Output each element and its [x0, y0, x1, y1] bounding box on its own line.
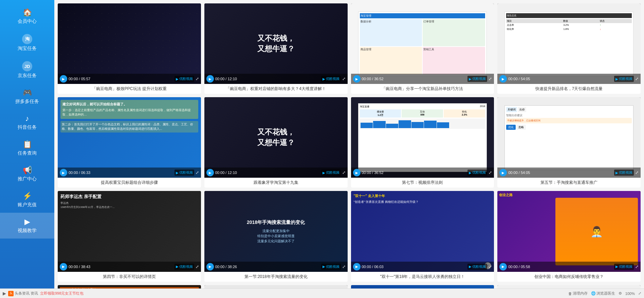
- youku-text: 优酷视频: [179, 264, 193, 269]
- video-overlay: ▶ 00:00 / 36:52 ▶ 优酷视频 ⤢: [351, 168, 494, 178]
- news-separator: 资讯: [31, 291, 38, 296]
- youku-text: 优酷视频: [326, 76, 339, 81]
- youku-badge: ▶ 优酷视频: [321, 264, 341, 270]
- youku-text: 优酷视频: [472, 170, 486, 175]
- video-card-11[interactable]: "双十一" 走入第十年 "创造者" 张勇首次直播 购物狂欢还能如何升级？ ✓ ▶…: [351, 191, 494, 281]
- sidebar-item-pinduoduo-tasks[interactable]: 🎮拼多多任务: [0, 84, 54, 109]
- video-title: 第一节:2018年手淘搜索流量的变化: [204, 272, 348, 282]
- expand-icon[interactable]: ⤢: [342, 264, 346, 269]
- video-thumbnail: 直通车数据 关键词出价点击花费 淘宝1.5234351 优化2.0189378 …: [204, 285, 348, 288]
- youku-badge: ▶ 优酷视频: [614, 76, 634, 82]
- expand-icon[interactable]: ⤢: [635, 264, 639, 269]
- youku-text: 优酷视频: [619, 76, 632, 81]
- expand-icon[interactable]: ⤢: [489, 76, 492, 81]
- video-grid: ▶ 00:00 / 05:57 ▶ 优酷视频 ⤢ 「豌豆电商」极致PPC玩法 提…: [58, 3, 641, 288]
- video-overlay: ▶ 00:00 / 54:05 ▶ 优酷视频 ⤢: [497, 74, 641, 84]
- expand-icon[interactable]: ⤢: [342, 170, 346, 175]
- video-card-5[interactable]: 建立好词库以后，就可以开始组合标题了。 第一步：选定之前重组产品的产品名称、属性…: [58, 97, 201, 188]
- youku-badge: ▶ 优酷视频: [467, 170, 487, 176]
- video-card-1[interactable]: ▶ 00:00 / 05:57 ▶ 优酷视频 ⤢ 「豌豆电商」极致PPC玩法 提…: [58, 3, 201, 94]
- play-button[interactable]: ▶: [499, 75, 507, 83]
- video-card-6[interactable]: 又不花钱，又想牛逼？ ▶ 00:00 / 12:10 ▶ 优酷视频 ⤢ 跟着象牙…: [204, 97, 348, 188]
- youku-badge: ▶ 优酷视频: [614, 170, 634, 176]
- video-card-4[interactable]: 报告总览 项目数值状态 点击率3.2%↑ 转化率1.8%↓ ▶ 00:00 / …: [497, 3, 641, 94]
- bottom-bar: ▶ 头 头条资讯 资讯 立即领取998元女王节红包 🗑 清理内存 🌐 浏览器医生…: [0, 288, 644, 298]
- video-card-9[interactable]: 药师李运杰 亲手配置 李运杰1985年5月生到1998年12月，李运杰在农一..…: [58, 191, 201, 281]
- sidebar-item-promotion-center[interactable]: 📢推广中心: [0, 161, 54, 187]
- sidebar-item-taobao-tasks[interactable]: 淘淘宝任务: [0, 29, 54, 56]
- play-button[interactable]: ▶: [60, 75, 67, 83]
- sidebar-item-douyin-tasks[interactable]: ♪抖音任务: [0, 109, 54, 135]
- play-button[interactable]: ▶: [353, 263, 361, 270]
- youku-icon: ▶: [469, 171, 472, 175]
- video-title: 「豌豆电商」极致PPC玩法 提升计划权重: [58, 84, 201, 94]
- video-overlay: ▶ 00:00 / 54:05 ▶ 优酷视频 ⤢: [497, 168, 641, 178]
- video-overlay: ▶ 00:00 / 05:58 ▶ 优酷视频 ⤢: [497, 262, 641, 272]
- video-card-10[interactable]: 2018年手淘搜索流量的变化 流量分配更加集中特别是中小卖家感觉明显流量多元化问…: [204, 191, 348, 281]
- play-button[interactable]: ▶: [499, 263, 507, 270]
- video-card-3[interactable]: 淘宝管理 数据分析 订单管理 商品管理 营销工具 ▶ 00:00 / 36:52…: [351, 3, 494, 94]
- youku-icon: ▶: [323, 265, 325, 268]
- video-thumbnail: 预告：直通车顶顶出价法 掌握核心技术，降低推广成本 ▶ 00:00 / 17:5…: [351, 285, 494, 288]
- video-card-16[interactable]: 数据报告 指标昨日今日变化 展现量12,34513,210+7% 点击量4563…: [497, 285, 641, 288]
- arrow-left-icon[interactable]: ▶: [3, 291, 6, 296]
- youku-text: 优酷视频: [326, 264, 339, 269]
- sidebar-label: 拼多多任务: [15, 99, 39, 105]
- expand-icon[interactable]: ⤢: [489, 264, 492, 269]
- video-card-12[interactable]: 创业之路 👨‍💼 ▶ 00:00 / 05:58 ▶ 优酷视频 ⤢ 创业中国：电…: [497, 191, 641, 281]
- expand-icon[interactable]: ⤢: [635, 76, 639, 81]
- play-button[interactable]: ▶: [206, 263, 214, 270]
- youku-badge: ▶ 优酷视频: [174, 264, 194, 270]
- youku-badge: ▶ 优酷视频: [614, 264, 634, 270]
- video-thumbnail: 建立好词库以后，就可以开始组合标题了。 第一步：选定之前重组产品的产品名称、属性…: [58, 97, 201, 178]
- video-overlay: ▶ 00:00 / 06:03 ▶ 优酷视频 ⤢: [351, 262, 494, 272]
- video-overlay: ▶ 00:00 / 06:33 ▶ 优酷视频 ⤢: [58, 168, 201, 178]
- youku-badge: ▶ 优酷视频: [174, 170, 194, 176]
- maximize-btn[interactable]: ⤢: [638, 291, 641, 296]
- play-button[interactable]: ▶: [60, 169, 67, 176]
- video-thumbnail: 又不花钱，又想牛逼？ ▶ 00:00 / 12:10 ▶ 优酷视频 ⤢: [204, 3, 348, 84]
- video-card-13[interactable]: 2000W大火力 武汉火星锅 🍲 ▶ 00:00 / 10:33 ▶ 优酷视频 …: [58, 285, 201, 288]
- expand-icon[interactable]: ⤢: [635, 170, 639, 175]
- video-thumbnail: "双十一" 走入第十年 "创造者" 张勇首次直播 购物狂欢还能如何升级？ ✓ ▶…: [351, 191, 494, 271]
- play-button[interactable]: ▶: [206, 169, 214, 176]
- video-time: 00:00 / 12:10: [215, 77, 321, 81]
- video-title: 「豌豆电商」权重对店铺的影响有多大？4大维度讲解！: [204, 84, 348, 94]
- sidebar-item-jd-tasks[interactable]: JD京东任务: [0, 56, 54, 84]
- expand-icon[interactable]: ⤢: [489, 170, 492, 175]
- video-title: 跟着象牙学淘宝第十九集: [204, 178, 348, 188]
- clear-memory-btn[interactable]: 🗑 清理内存: [568, 291, 588, 296]
- sidebar-item-account-recharge[interactable]: ⚡账户充值: [0, 187, 54, 213]
- video-card-14[interactable]: 直通车数据 关键词出价点击花费 淘宝1.5234351 优化2.0189378 …: [204, 285, 348, 288]
- expand-icon[interactable]: ⤢: [196, 170, 199, 175]
- youku-icon: ▶: [469, 265, 472, 268]
- play-button[interactable]: ▶: [353, 169, 361, 176]
- news-text[interactable]: 立即领取998元女王节红包: [40, 291, 84, 296]
- video-card-8[interactable]: 关键词 出价 智能出价建议 不建议继续提升，已达最优区间 优化 忽略 ▶ 00:…: [497, 97, 641, 188]
- expand-icon[interactable]: ⤢: [196, 76, 199, 81]
- play-button[interactable]: ▶: [60, 263, 67, 270]
- youku-text: 优酷视频: [326, 170, 339, 175]
- expand-icon[interactable]: ⤢: [342, 76, 346, 81]
- youku-badge: ▶ 优酷视频: [467, 264, 487, 270]
- sidebar-item-member-center[interactable]: 🏠会员中心: [0, 3, 54, 29]
- youku-badge: ▶ 优酷视频: [174, 76, 194, 82]
- expand-icon[interactable]: ⤢: [196, 264, 199, 269]
- video-time: 00:00 / 06:03: [362, 265, 468, 269]
- video-card-7[interactable]: 淘宝直播2018 播放量1.2万 互动856 转化2.3% ▶ 00:00 / …: [351, 97, 494, 188]
- play-button[interactable]: ▶: [206, 75, 214, 83]
- video-card-2[interactable]: 又不花钱，又想牛逼？ ▶ 00:00 / 12:10 ▶ 优酷视频 ⤢ 「豌豆电…: [204, 3, 348, 94]
- video-card-15[interactable]: 预告：直通车顶顶出价法 掌握核心技术，降低推广成本 ▶ 00:00 / 17:5…: [351, 285, 494, 288]
- sidebar-item-video-tutorial[interactable]: ▶视频教学: [0, 213, 54, 239]
- settings-btn[interactable]: ⚙: [619, 291, 622, 296]
- browser-doctor-btn[interactable]: 🌐 浏览器医生: [591, 291, 615, 296]
- video-time: 00:00 / 54:05: [508, 171, 614, 175]
- news-icon: 头: [8, 291, 14, 296]
- play-button[interactable]: ▶: [353, 75, 361, 83]
- sidebar-item-task-query[interactable]: 📋任务查询: [0, 135, 54, 161]
- news-label-text: 头条资讯: [15, 291, 30, 296]
- video-overlay: ▶ 00:00 / 38:43 ▶ 优酷视频 ⤢: [58, 262, 201, 272]
- video-thumbnail: 报告总览 项目数值状态 点击率3.2%↑ 转化率1.8%↓ ▶ 00:00 / …: [497, 3, 641, 84]
- play-button[interactable]: ▶: [499, 169, 507, 176]
- video-overlay: ▶ 00:00 / 12:10 ▶ 优酷视频 ⤢: [204, 74, 348, 84]
